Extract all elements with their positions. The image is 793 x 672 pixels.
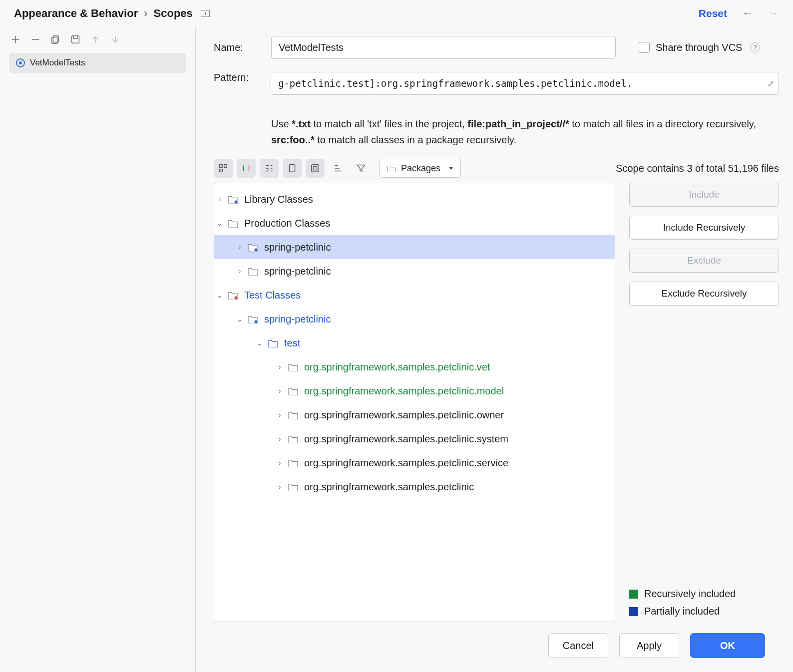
scope-editor: Name: Share through VCS ? Pattern: g-pet… [196,27,793,672]
pattern-input[interactable]: g-petclinic.test]:org.springframework.sa… [271,72,779,95]
module-folder-icon [247,314,259,324]
expand-pattern-icon[interactable]: ⤢ [768,79,774,88]
svg-point-11 [235,297,238,300]
tree-row[interactable]: ⌄test [214,331,615,355]
show-tests-icon[interactable] [237,159,256,178]
tree-node-label: org.springframework.samples.petclinic.ve… [304,361,490,373]
share-vcs-checkbox[interactable] [639,42,650,53]
chevron-right-icon[interactable]: › [234,267,245,275]
tree-node-label: Test Classes [244,290,301,301]
svg-rect-7 [312,165,319,172]
view-mode-label: Packages [401,163,440,174]
scope-local-icon [16,58,25,67]
svg-rect-3 [220,165,223,168]
filter-icon[interactable] [352,159,371,178]
reset-button[interactable]: Reset [699,7,727,19]
scope-item[interactable]: VetModelTests [9,53,186,73]
tree-row[interactable]: ⌄Production Classes [214,211,615,235]
svg-rect-8 [313,166,317,170]
show-modules-icon[interactable] [214,159,233,178]
tree-row[interactable]: ›Library Classes [214,187,615,211]
tree-row[interactable]: ⌄spring-petclinic [214,307,615,331]
tree-row[interactable]: ›org.springframework.samples.petclinic.s… [214,451,615,475]
flatten-packages-icon[interactable] [306,159,325,178]
tree-node-label: spring-petclinic [264,314,331,325]
apply-button[interactable]: Apply [619,633,679,658]
tree-row[interactable]: ⌄Test Classes [214,283,615,307]
plain-folder-icon [227,218,239,228]
svg-point-12 [255,321,258,324]
chevron-down-icon[interactable]: ⌄ [214,291,225,299]
ok-button[interactable]: OK [690,633,765,658]
tree-node-label: spring-petclinic [264,242,331,253]
dialog-footer: Cancel Apply OK [214,622,779,672]
tree-node-label: org.springframework.samples.petclinic.se… [304,457,508,469]
svg-rect-5 [220,169,223,172]
breadcrumb-settings-icon[interactable] [201,10,210,17]
copy-scope-button[interactable] [49,33,62,46]
tree-row[interactable]: ›spring-petclinic [214,259,615,283]
add-scope-button[interactable] [9,33,22,46]
show-files-icon[interactable] [283,159,302,178]
tree-node-label: Library Classes [244,194,313,205]
tree-row[interactable]: ›org.springframework.samples.petclinic.s… [214,427,615,451]
chevron-down-icon[interactable]: ⌄ [214,219,225,227]
tree-row[interactable]: ›org.springframework.samples.petclinic [214,475,615,499]
svg-rect-1 [52,37,57,43]
pkg-folder-icon [287,362,299,372]
scope-name-input[interactable] [271,36,616,59]
tree-node-label: spring-petclinic [264,266,331,277]
chevron-right-icon[interactable]: › [274,363,285,371]
src-folder-icon [267,338,279,348]
pkg-folder-icon [287,458,299,468]
tree-node-label: org.springframework.samples.petclinic.mo… [304,385,504,397]
svg-point-9 [235,201,238,204]
chevron-right-icon[interactable]: › [274,387,285,395]
pkg-folder-icon [287,386,299,396]
pkg-folder-icon [287,434,299,444]
chevron-right-icon[interactable]: › [274,435,285,443]
folder-icon [387,164,396,173]
include-recursively-button[interactable]: Include Recursively [629,216,779,240]
tree-row[interactable]: ›org.springframework.samples.petclinic.v… [214,355,615,379]
chevron-down-icon[interactable]: ⌄ [234,315,245,323]
share-help-icon[interactable]: ? [750,42,760,52]
svg-point-10 [255,249,258,252]
tree-node-label: Production Classes [244,218,330,229]
compact-dirs-icon[interactable] [329,159,348,178]
scope-tree[interactable]: ›Library Classes⌄Production Classes›spri… [214,183,615,622]
chevron-right-icon[interactable]: › [214,195,225,203]
chevron-right-icon[interactable]: › [274,483,285,491]
tree-node-label: org.springframework.samples.petclinic.ow… [304,409,504,421]
tree-row[interactable]: ›org.springframework.samples.petclinic.o… [214,403,615,427]
remove-scope-button[interactable] [29,33,42,46]
module-folder-icon [247,242,259,252]
svg-rect-0 [53,36,58,42]
nav-back-icon[interactable]: ← [742,7,753,20]
svg-rect-6 [290,165,295,172]
cancel-button[interactable]: Cancel [548,633,608,658]
tree-row[interactable]: ›org.springframework.samples.petclinic.m… [214,379,615,403]
scope-item-label: VetModelTests [30,58,85,68]
chevron-down-icon[interactable]: ⌄ [254,339,265,347]
save-scope-button[interactable] [69,33,82,46]
breadcrumb: Appearance & Behavior › Scopes [14,7,210,20]
svg-rect-4 [224,165,227,168]
share-vcs-label: Share through VCS [656,42,742,53]
group-by-module-icon[interactable] [260,159,279,178]
legend: Recursively included Partially included [629,582,779,622]
exclude-recursively-button[interactable]: Exclude Recursively [629,282,779,306]
pattern-label: Pattern: [214,72,261,83]
breadcrumb-parent[interactable]: Appearance & Behavior [14,7,138,20]
tree-row[interactable]: ›spring-petclinic [214,235,615,259]
pattern-hint: Use *.txt to match all 'txt' files in th… [271,116,771,148]
lib-folder-icon [227,194,239,204]
chevron-right-icon[interactable]: › [274,411,285,419]
chevron-right-icon[interactable]: › [234,243,245,251]
legend-recursive-label: Recursively included [644,588,736,600]
scopes-toolbar [0,30,195,52]
scopes-sidebar: VetModelTests [0,27,196,672]
chevron-right-icon[interactable]: › [274,459,285,467]
view-mode-dropdown[interactable]: Packages [380,159,461,178]
include-button: Include [629,183,779,207]
